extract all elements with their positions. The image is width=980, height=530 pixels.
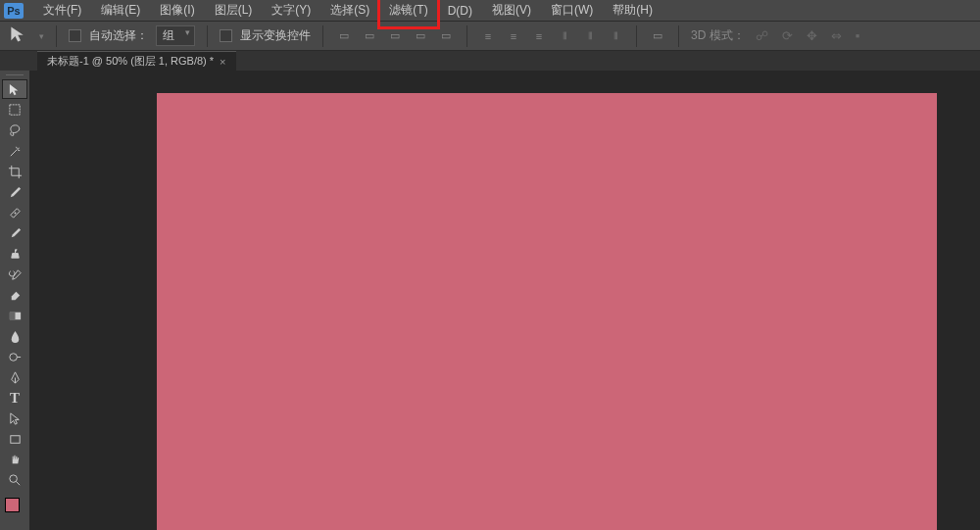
zoom-tool[interactable] <box>2 470 27 490</box>
gradient-tool[interactable] <box>2 306 27 325</box>
menu-filter[interactable]: 滤镜(T) <box>379 0 437 22</box>
auto-select-label: 自动选择： <box>89 27 148 44</box>
brush-tool[interactable] <box>2 223 27 243</box>
pan-3d-icon[interactable]: ✥ <box>804 28 820 43</box>
healing-brush-tool[interactable] <box>2 203 27 222</box>
align-icon[interactable]: ▭ <box>386 27 404 45</box>
panel-grabber[interactable] <box>0 71 29 78</box>
foreground-swatch[interactable] <box>5 498 20 512</box>
orbit-3d-icon[interactable]: ☍ <box>753 28 771 43</box>
color-swatches <box>0 496 29 519</box>
type-tool[interactable]: T <box>2 388 27 408</box>
distribute-icon[interactable]: ⦀ <box>607 27 624 45</box>
svg-rect-2 <box>9 312 15 319</box>
distribute-icon[interactable]: ≡ <box>505 27 522 45</box>
distribute-icon[interactable]: ⦀ <box>556 27 573 45</box>
divider <box>466 25 467 47</box>
menu-select[interactable]: 选择(S) <box>320 0 379 22</box>
camera-3d-icon[interactable]: ▪ <box>853 28 863 43</box>
menu-window[interactable]: 窗口(W) <box>541 0 603 22</box>
eraser-tool[interactable] <box>2 285 27 305</box>
divider <box>678 25 679 47</box>
move-tool[interactable] <box>2 79 27 99</box>
align-icon[interactable]: ▭ <box>437 27 455 45</box>
eyedropper-tool[interactable] <box>2 182 27 202</box>
blur-tool[interactable] <box>2 326 27 346</box>
menu-type[interactable]: 文字(Y) <box>262 0 320 22</box>
hand-tool[interactable] <box>2 450 27 469</box>
pen-tool[interactable] <box>2 367 27 387</box>
close-icon[interactable]: × <box>220 56 225 68</box>
menubar: Ps 文件(F) 编辑(E) 图像(I) 图层(L) 文字(Y) 选择(S) 滤… <box>0 0 980 22</box>
menu-help[interactable]: 帮助(H) <box>603 0 662 22</box>
magic-wand-tool[interactable] <box>2 141 27 161</box>
svg-rect-4 <box>10 435 19 443</box>
divider <box>322 25 323 47</box>
show-transform-label: 显示变换控件 <box>240 27 311 44</box>
crop-tool[interactable] <box>2 162 27 181</box>
app-logo[interactable]: Ps <box>4 3 24 19</box>
checkbox-auto-select[interactable] <box>69 29 81 42</box>
menu-image[interactable]: 图像(I) <box>150 0 204 22</box>
clone-stamp-tool[interactable] <box>2 244 27 264</box>
divider <box>636 25 637 47</box>
slide-3d-icon[interactable]: ⇔ <box>828 28 845 43</box>
tools-panel: T <box>0 71 29 530</box>
marquee-tool[interactable] <box>2 100 27 120</box>
canvas-area <box>29 71 980 530</box>
document-tab[interactable]: 未标题-1 @ 50% (图层 1, RGB/8) * × <box>37 51 236 71</box>
menu-3d[interactable]: D(D) <box>438 1 482 21</box>
mode-3d-label: 3D 模式： <box>691 27 745 44</box>
align-icon[interactable]: ▭ <box>335 27 353 45</box>
distribute-icon[interactable]: ⦀ <box>581 27 599 45</box>
align-icon[interactable]: ▭ <box>361 27 378 45</box>
menu-edit[interactable]: 编辑(E) <box>91 0 150 22</box>
dodge-tool[interactable] <box>2 347 27 366</box>
menu-file[interactable]: 文件(F) <box>33 0 91 22</box>
distribute-icon[interactable]: ≡ <box>479 27 497 45</box>
lasso-tool[interactable] <box>2 120 27 140</box>
divider <box>207 25 208 47</box>
checkbox-show-transform[interactable] <box>220 29 232 42</box>
menu-filter-label: 滤镜(T) <box>389 3 427 17</box>
menu-view[interactable]: 视图(V) <box>482 0 541 22</box>
svg-point-3 <box>9 353 17 361</box>
svg-point-5 <box>9 474 17 482</box>
rectangle-tool[interactable] <box>2 429 27 449</box>
document-tabbar: 未标题-1 @ 50% (图层 1, RGB/8) * × <box>0 51 980 71</box>
auto-select-dropdown[interactable]: 组 <box>156 25 195 46</box>
svg-rect-0 <box>9 104 19 114</box>
document-tab-title: 未标题-1 @ 50% (图层 1, RGB/8) * <box>47 54 214 69</box>
move-tool-icon <box>10 27 31 45</box>
path-selection-tool[interactable] <box>2 409 27 428</box>
options-bar: ▾ 自动选择： 组 显示变换控件 ▭ ▭ ▭ ▭ ▭ ≡ ≡ ≡ ⦀ ⦀ ⦀ ▭… <box>0 22 980 51</box>
arrange-icon[interactable]: ▭ <box>649 27 666 45</box>
divider <box>56 25 57 47</box>
document-canvas[interactable] <box>157 93 937 530</box>
history-brush-tool[interactable] <box>2 265 27 284</box>
roll-3d-icon[interactable]: ⟳ <box>779 28 796 43</box>
align-icon[interactable]: ▭ <box>412 27 429 45</box>
distribute-icon[interactable]: ≡ <box>530 27 548 45</box>
menu-layer[interactable]: 图层(L) <box>205 0 263 22</box>
